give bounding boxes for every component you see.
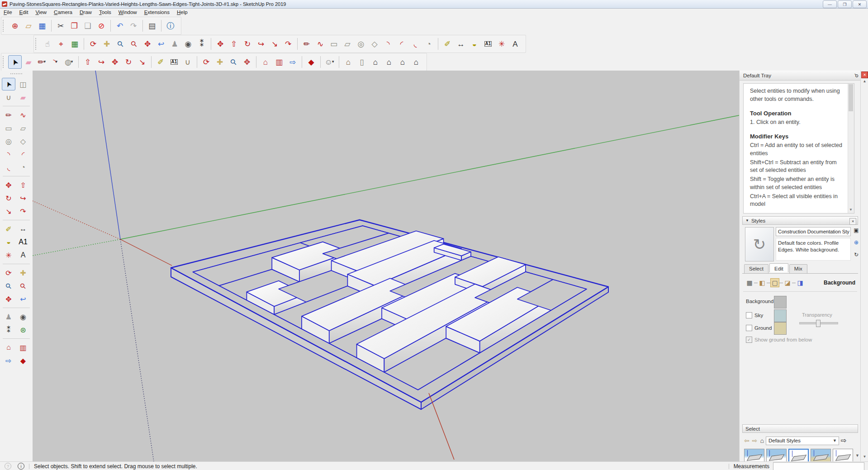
rotate-tool[interactable]: ↻: [241, 37, 254, 51]
chevron-down-icon[interactable]: ▼: [55, 60, 58, 64]
display-secondary-pane-button[interactable]: ▣: [854, 227, 859, 233]
eraser-tool[interactable]: ▰: [16, 91, 30, 104]
modeling-viewport[interactable]: [33, 71, 739, 461]
style-name-field[interactable]: Construction Documentation Sty: [776, 227, 851, 236]
zoom-tool[interactable]: ⚲: [227, 55, 240, 69]
follow-me-tool[interactable]: ↪: [16, 192, 30, 204]
text-tool[interactable]: A1: [167, 55, 181, 69]
push-pull-tool[interactable]: ⇧: [16, 179, 30, 191]
arc-tool[interactable]: ◝▼: [49, 55, 62, 69]
tab-mix[interactable]: Mix: [789, 264, 807, 273]
offset-tool[interactable]: ↷: [281, 37, 295, 51]
tab-select[interactable]: Select: [744, 264, 768, 273]
select-hand-tool[interactable]: ☝: [41, 37, 54, 51]
chevron-down-icon[interactable]: ▼: [43, 60, 47, 64]
tape-measure-tool[interactable]: ✐: [2, 223, 15, 235]
scrollbar-thumb[interactable]: [849, 84, 853, 111]
home-button[interactable]: ⌂: [760, 437, 764, 444]
background-settings-icon[interactable]: ▢: [770, 278, 779, 287]
save-button[interactable]: ▦: [35, 19, 49, 33]
styles-collection-dropdown[interactable]: Default Styles ▼: [766, 437, 839, 445]
select-tool[interactable]: ➤: [2, 78, 15, 90]
position-camera-tool[interactable]: ♟: [168, 37, 181, 51]
details-button[interactable]: ⇨: [841, 437, 847, 445]
scale-tool[interactable]: ↘: [135, 55, 149, 69]
close-button[interactable]: ✕: [853, 0, 867, 8]
sky-swatch[interactable]: [774, 309, 787, 322]
zoom-extents-button[interactable]: ✥: [240, 55, 254, 69]
toolbar-grip[interactable]: [3, 20, 6, 32]
zoom-extents-button[interactable]: ✥: [2, 293, 15, 305]
push-pull-tool[interactable]: ⇧: [227, 37, 241, 51]
zoom-extents-button[interactable]: ✥: [141, 37, 154, 51]
walk-tool[interactable]: ⁑: [2, 323, 15, 336]
move-tool[interactable]: ✥: [108, 55, 122, 69]
scroll-up-icon[interactable]: ▲: [862, 79, 868, 83]
undo-button[interactable]: ↶: [113, 19, 127, 33]
section-plane-tool[interactable]: ⊛: [16, 323, 30, 336]
help-icon[interactable]: ?: [5, 463, 11, 470]
create-style-button[interactable]: ⊕: [854, 239, 859, 246]
pie-tool[interactable]: ◔: [16, 161, 30, 174]
text-tool[interactable]: A1: [481, 37, 495, 51]
ground-checkbox[interactable]: [746, 325, 752, 331]
copy-button[interactable]: ❐: [67, 19, 81, 33]
scroll-down-icon[interactable]: ▼: [849, 207, 853, 212]
model-info-button[interactable]: ⓘ: [164, 19, 177, 33]
paste-button[interactable]: ❑: [81, 19, 95, 33]
view-3d-button[interactable]: ▯: [355, 55, 369, 69]
scroll-down-icon[interactable]: ▼: [862, 455, 868, 459]
zoom-previous-button[interactable]: ↩: [154, 37, 168, 51]
polygon-tool[interactable]: ◇: [16, 135, 30, 147]
three-point-arc-tool[interactable]: ◟: [2, 161, 15, 174]
add-location-button[interactable]: ⌖: [54, 37, 68, 51]
face-settings-icon[interactable]: ◧: [758, 278, 767, 287]
line-tool[interactable]: ✏: [300, 37, 313, 51]
eraser-tool[interactable]: ▰: [22, 55, 35, 69]
dimension-tool[interactable]: ↔: [454, 37, 468, 51]
follow-me-tool[interactable]: ↪: [95, 55, 108, 69]
pie-tool[interactable]: ◔: [422, 37, 436, 51]
view-iso-button[interactable]: ⌂: [342, 55, 355, 69]
tray-header[interactable]: Default Tray ⚲: [740, 71, 861, 81]
dimension-tool[interactable]: ↔: [16, 223, 30, 235]
line-tool[interactable]: ✏: [2, 109, 15, 121]
chevron-down-icon[interactable]: ▼: [331, 60, 335, 64]
3d-text-tool[interactable]: A: [16, 249, 30, 261]
shapes-tool[interactable]: ◍▼: [62, 55, 76, 69]
move-tool[interactable]: ✥: [213, 37, 227, 51]
zoom-window-tool[interactable]: ⚲: [127, 37, 141, 51]
scale-tool[interactable]: ↘: [2, 205, 15, 218]
make-component-button[interactable]: ◫: [16, 78, 30, 90]
toolbar-grip[interactable]: [3, 56, 6, 68]
circle-tool[interactable]: ◎: [354, 37, 368, 51]
arc-tool[interactable]: ◝: [2, 148, 15, 161]
rotate-tool[interactable]: ↻: [2, 192, 15, 204]
chevron-down-icon[interactable]: ▼: [70, 60, 74, 64]
orbit-tool[interactable]: ⟳: [2, 266, 15, 279]
orbit-tool[interactable]: ⟳: [199, 55, 213, 69]
zoom-tool[interactable]: ⚲: [114, 37, 127, 51]
extension-warehouse-button[interactable]: ◆: [16, 354, 30, 367]
view-back-button[interactable]: ⌂: [409, 55, 423, 69]
open-button[interactable]: ▱: [22, 19, 35, 33]
tape-measure-tool[interactable]: ✐: [154, 55, 167, 69]
model-canvas[interactable]: [33, 71, 739, 461]
text-tool[interactable]: A1: [16, 236, 30, 248]
3d-warehouse-button[interactable]: ⌂: [259, 55, 272, 69]
rectangle-tool[interactable]: ▭: [2, 122, 15, 134]
arc-tool[interactable]: ◝: [381, 37, 395, 51]
share-component-button[interactable]: ⇨: [286, 55, 299, 69]
freehand-tool[interactable]: ∿: [313, 37, 327, 51]
view-right-button[interactable]: ⌂: [396, 55, 409, 69]
protractor-tool[interactable]: ◒: [468, 37, 481, 51]
3d-warehouse-button[interactable]: ⌂: [2, 341, 15, 354]
toolbar-grip[interactable]: [35, 38, 38, 50]
rectangle-tool[interactable]: ▭: [327, 37, 341, 51]
pan-tool[interactable]: ✚: [213, 55, 227, 69]
tab-edit[interactable]: Edit: [769, 263, 788, 272]
extension-warehouse-button[interactable]: ◆: [304, 55, 318, 69]
rotated-rectangle-tool[interactable]: ▱: [341, 37, 354, 51]
3d-text-tool[interactable]: A: [508, 37, 522, 51]
paint-bucket-tool[interactable]: ∪: [2, 91, 15, 104]
